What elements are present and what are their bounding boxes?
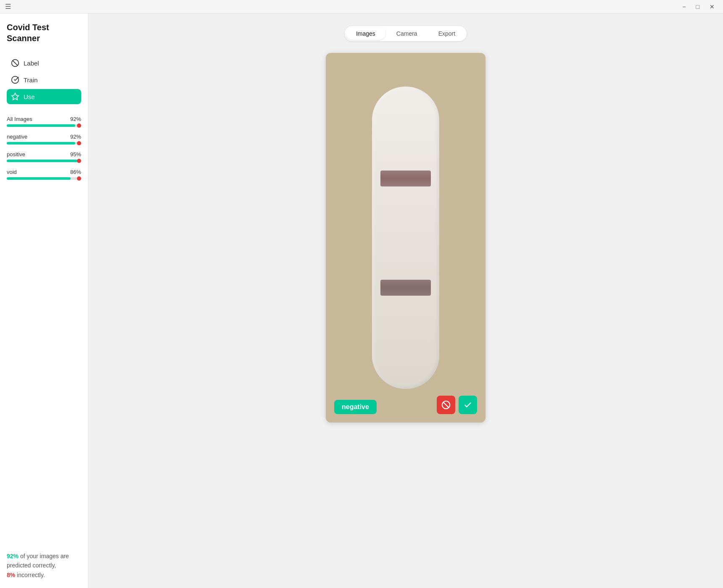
reject-icon — [441, 400, 451, 410]
strip-band-bottom — [380, 280, 431, 296]
minimize-button[interactable]: − — [679, 2, 689, 12]
app-container: Covid Test Scanner Label Train Use — [0, 13, 723, 588]
stat-all-images: All Images 92% — [7, 116, 81, 127]
train-nav-text: Train — [24, 76, 38, 84]
stat-negative-bar — [7, 142, 81, 144]
stat-all-label: All Images — [7, 116, 32, 122]
svg-point-2 — [12, 76, 19, 84]
stats-section: All Images 92% negative 92% — [7, 116, 81, 186]
correct-percent: 92% — [7, 553, 18, 559]
app-title: Covid Test Scanner — [7, 22, 81, 44]
sidebar-item-train[interactable]: Train — [7, 72, 81, 87]
action-buttons — [437, 396, 477, 414]
train-icon — [11, 76, 19, 84]
stat-positive-percent: 95% — [70, 151, 81, 158]
stat-all-bar — [7, 124, 81, 127]
window-controls: − □ ✕ — [679, 2, 718, 12]
stat-positive-bar — [7, 160, 81, 162]
stat-negative-percent: 92% — [70, 134, 81, 140]
stat-void-label: void — [7, 169, 17, 175]
sidebar: Covid Test Scanner Label Train Use — [0, 13, 88, 588]
incorrect-percent: 8% — [7, 572, 15, 578]
tab-export[interactable]: Export — [428, 27, 465, 40]
accept-icon — [463, 400, 472, 410]
stat-positive: positive 95% — [7, 151, 81, 162]
sidebar-item-label[interactable]: Label — [7, 55, 81, 71]
test-strip — [372, 78, 439, 397]
incorrect-text: incorrectly. — [15, 572, 45, 578]
stat-positive-label: positive — [7, 151, 25, 158]
bottom-accuracy-text: 92% of your images are predicted correct… — [7, 543, 81, 580]
svg-line-5 — [443, 402, 449, 408]
reject-button[interactable] — [437, 396, 455, 414]
stat-all-percent: 92% — [70, 116, 81, 122]
use-nav-text: Use — [24, 93, 35, 100]
strip-body — [372, 87, 439, 389]
label-nav-text: Label — [24, 60, 39, 67]
stat-void-percent: 86% — [70, 169, 81, 175]
svg-line-1 — [13, 60, 18, 66]
prediction-label: negative — [334, 400, 377, 414]
image-card: negative — [326, 53, 486, 423]
accept-button[interactable] — [459, 396, 477, 414]
hamburger-icon[interactable]: ☰ — [5, 3, 11, 10]
maximize-button[interactable]: □ — [693, 2, 703, 12]
tab-camera[interactable]: Camera — [386, 27, 427, 40]
tab-images[interactable]: Images — [346, 27, 385, 40]
stat-negative: negative 92% — [7, 134, 81, 144]
stat-void-bar — [7, 177, 81, 180]
strip-band-top — [380, 171, 431, 186]
close-button[interactable]: ✕ — [706, 2, 718, 12]
sidebar-item-use[interactable]: Use — [7, 89, 81, 104]
main-content: Images Camera Export negative — [88, 13, 723, 588]
use-icon — [11, 92, 19, 101]
stat-negative-label: negative — [7, 134, 27, 140]
tabs-bar: Images Camera Export — [345, 26, 467, 41]
label-icon — [11, 59, 19, 67]
svg-marker-3 — [12, 93, 19, 100]
title-bar: ☰ − □ ✕ — [0, 0, 723, 13]
stat-void: void 86% — [7, 169, 81, 180]
